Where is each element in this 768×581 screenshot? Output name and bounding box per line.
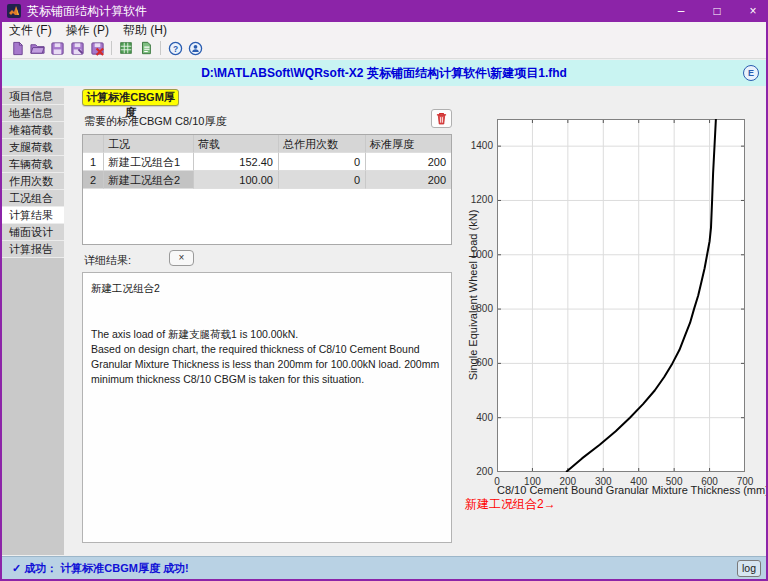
x-tick-label: 700	[725, 476, 765, 487]
x-tick-label: 0	[477, 476, 517, 487]
menu-help[interactable]: 帮助 (H)	[116, 22, 174, 38]
chart-annotation: 新建工况组合2→	[465, 496, 556, 513]
x-tick-label: 300	[583, 476, 623, 487]
export-table-icon	[119, 41, 133, 55]
y-tick-label: 400	[455, 412, 493, 423]
calculate-cbgm-button[interactable]: 计算标准CBGM厚度	[82, 89, 179, 106]
close-file-icon	[90, 41, 105, 56]
x-tick-label: 200	[548, 476, 588, 487]
cell-thickness[interactable]: 200	[366, 153, 451, 171]
save-as-file-button[interactable]	[67, 39, 87, 57]
cell-applications[interactable]: 0	[279, 171, 366, 189]
design-chart: Single Equivalent Wheel Load (kN) C8/10 …	[455, 88, 763, 554]
svg-text:?: ?	[172, 43, 177, 53]
app-window: 英标铺面结构计算软件 – □ × 文件 (F) 操作 (P) 帮助 (H)	[0, 0, 768, 581]
sidebar-item-foundation-info[interactable]: 地基信息	[2, 105, 64, 122]
y-tick-label: 1400	[455, 140, 493, 151]
sidebar-item-calculation-report[interactable]: 计算报告	[2, 241, 64, 258]
sidebar-item-project-info[interactable]: 项目信息	[2, 88, 64, 105]
y-tick-label: 200	[455, 466, 493, 477]
window-title: 英标铺面结构计算软件	[27, 3, 147, 20]
toolbar-separator	[111, 41, 112, 55]
trash-icon	[436, 112, 447, 125]
sidebar-item-calculation-results[interactable]: 计算结果	[2, 207, 64, 224]
cell-load[interactable]: 152.40	[194, 153, 279, 171]
open-folder-icon	[30, 41, 45, 56]
menu-file[interactable]: 文件 (F)	[2, 22, 59, 38]
status-message: ✓ 成功： 计算标准CBGM厚度 成功!	[12, 557, 189, 579]
save-as-icon	[70, 41, 85, 56]
minimize-button[interactable]: –	[674, 4, 688, 18]
y-tick-label: 800	[455, 303, 493, 314]
about-button[interactable]	[185, 39, 205, 57]
x-tick-label: 100	[512, 476, 552, 487]
x-tick-label: 400	[619, 476, 659, 487]
sidebar-item-application-count[interactable]: 作用次数	[2, 173, 64, 190]
sidebar-item-leg-load[interactable]: 支腿荷载	[2, 139, 64, 156]
y-tick-label: 600	[455, 357, 493, 368]
new-file-icon	[10, 41, 25, 56]
menu-bar: 文件 (F) 操作 (P) 帮助 (H)	[2, 22, 766, 38]
export-report-button[interactable]	[136, 39, 156, 57]
save-file-button[interactable]	[47, 39, 67, 57]
sidebar-item-load-combination[interactable]: 工况组合	[2, 190, 64, 207]
sidebar-item-stacking-load[interactable]: 堆箱荷载	[2, 122, 64, 139]
row-index: 2	[83, 171, 104, 189]
save-icon	[50, 41, 65, 56]
sidebar-item-pavement-design[interactable]: 铺面设计	[2, 224, 64, 241]
delete-row-button[interactable]	[431, 109, 452, 128]
y-tick-label: 1000	[455, 249, 493, 260]
title-bar: 英标铺面结构计算软件 – □ ×	[0, 0, 768, 22]
close-details-button[interactable]: ×	[169, 250, 194, 266]
cbgm-results-table: 工况 荷载 总作用次数 标准厚度 1 新建工况组合1 152.40 0 200 …	[82, 134, 452, 245]
menu-operate[interactable]: 操作 (P)	[59, 22, 116, 38]
header-case[interactable]: 工况	[104, 135, 194, 153]
table-header-row: 工况 荷载 总作用次数 标准厚度	[83, 135, 451, 153]
header-thickness[interactable]: 标准厚度	[366, 135, 451, 153]
export-report-icon	[139, 41, 153, 55]
y-tick-label: 1200	[455, 194, 493, 205]
new-file-button[interactable]	[7, 39, 27, 57]
cell-thickness[interactable]: 200	[366, 171, 451, 189]
open-file-button[interactable]	[27, 39, 47, 57]
toolbar-separator	[160, 41, 161, 55]
details-label: 详细结果:	[84, 253, 131, 268]
cell-applications[interactable]: 0	[279, 153, 366, 171]
sidebar-item-vehicle-load[interactable]: 车辆荷载	[2, 156, 64, 173]
file-path-banner: D:\MATLABSoft\WQRsoft-X2 英标铺面结构计算软件\新建项目…	[2, 60, 766, 86]
status-bar: ✓ 成功： 计算标准CBGM厚度 成功! log	[2, 556, 766, 579]
help-button[interactable]: ?	[165, 39, 185, 57]
cell-case[interactable]: 新建工况组合2	[104, 171, 194, 189]
matlab-logo-icon	[7, 4, 21, 18]
export-table-button[interactable]	[116, 39, 136, 57]
log-button[interactable]: log	[737, 560, 761, 577]
project-file-path: D:\MATLABSoft\WQRsoft-X2 英标铺面结构计算软件\新建项目…	[201, 66, 567, 80]
header-applications[interactable]: 总作用次数	[279, 135, 366, 153]
tool-bar: ?	[2, 38, 766, 59]
table-row[interactable]: 1 新建工况组合1 152.40 0 200	[83, 153, 451, 171]
x-tick-label: 600	[690, 476, 730, 487]
header-load[interactable]: 荷载	[194, 135, 279, 153]
table-row[interactable]: 2 新建工况组合2 100.00 0 200	[83, 171, 451, 189]
x-tick-label: 500	[654, 476, 694, 487]
details-text-area[interactable]: 新建工况组合2 The axis load of 新建支腿荷载1 is 100.…	[82, 272, 452, 543]
chart-plot-area	[497, 119, 745, 472]
cell-load[interactable]: 100.00	[194, 171, 279, 189]
about-person-icon	[188, 41, 203, 56]
table-caption: 需要的标准CBGM C8/10厚度	[84, 114, 226, 129]
close-button[interactable]: ×	[746, 4, 760, 18]
sidebar: 项目信息 地基信息 堆箱荷载 支腿荷载 车辆荷载 作用次数 工况组合 计算结果 …	[2, 88, 64, 555]
close-file-button[interactable]	[87, 39, 107, 57]
row-index: 1	[83, 153, 104, 171]
maximize-button[interactable]: □	[710, 4, 724, 18]
help-icon: ?	[168, 41, 183, 56]
success-check-icon: ✓	[12, 562, 21, 574]
info-circle-icon[interactable]: E	[743, 65, 759, 81]
window-border	[0, 0, 2, 581]
header-index	[83, 135, 104, 153]
cell-case[interactable]: 新建工况组合1	[104, 153, 194, 171]
